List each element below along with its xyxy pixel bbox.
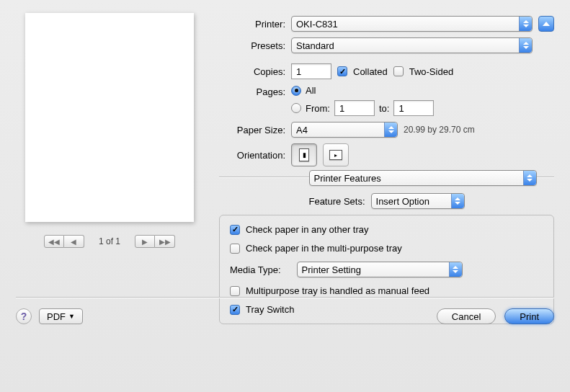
select-arrows-icon — [449, 262, 462, 277]
collated-label: Collated — [353, 66, 388, 77]
manual-feed-checkbox[interactable] — [230, 286, 240, 296]
orientation-landscape-button[interactable]: ▸ — [323, 143, 349, 166]
manual-feed-label: Multipurpose tray is handled as manual f… — [246, 285, 429, 296]
printer-value: OKI-C831 — [296, 19, 338, 30]
two-sided-checkbox[interactable] — [393, 66, 404, 76]
pages-label: Pages: — [219, 85, 285, 97]
collapse-button[interactable] — [538, 16, 554, 32]
media-type-select[interactable]: Printer Setting — [297, 262, 463, 277]
paper-size-select[interactable]: A4 — [291, 122, 398, 138]
two-sided-label: Two-Sided — [409, 66, 453, 77]
landscape-icon: ▸ — [329, 150, 342, 160]
page-indicator: 1 of 1 — [99, 236, 120, 246]
portrait-icon: ▮ — [299, 148, 309, 161]
print-section-value: Printer Features — [314, 173, 381, 184]
orientation-portrait-button[interactable]: ▮ — [291, 143, 317, 166]
select-arrows-icon — [523, 171, 536, 185]
cancel-button[interactable]: Cancel — [437, 308, 496, 324]
select-arrows-icon — [384, 122, 397, 137]
paper-size-value: A4 — [296, 125, 308, 135]
pages-all-radio[interactable] — [291, 86, 301, 96]
select-arrows-icon — [519, 17, 532, 31]
select-arrows-icon — [519, 38, 532, 53]
print-button[interactable]: Print — [504, 308, 554, 324]
paper-size-label: Paper Size: — [219, 125, 285, 135]
check-multipurpose-checkbox[interactable] — [230, 244, 240, 254]
media-type-value: Printer Setting — [302, 264, 361, 275]
printer-select[interactable]: OKI-C831 — [291, 16, 533, 32]
pages-from-label: From: — [306, 103, 330, 114]
presets-value: Standard — [296, 40, 334, 51]
check-other-tray-checkbox[interactable] — [230, 225, 240, 235]
copies-label: Copies: — [219, 66, 285, 77]
select-arrows-icon — [451, 194, 464, 208]
collated-checkbox[interactable] — [337, 66, 347, 76]
feature-sets-label: Feature Sets: — [308, 196, 365, 207]
dropdown-triangle-icon: ▼ — [68, 313, 75, 320]
pages-to-input[interactable]: 1 — [393, 100, 434, 116]
feature-sets-value: Insert Option — [376, 196, 429, 207]
media-type-label: Media Type: — [230, 264, 281, 275]
pages-from-input[interactable]: 1 — [334, 100, 375, 116]
presets-select[interactable]: Standard — [291, 37, 533, 53]
orientation-label: Orientation: — [219, 150, 285, 161]
prev-page-button[interactable]: ◀ — [64, 235, 84, 248]
pdf-label: PDF — [47, 311, 66, 322]
presets-label: Presets: — [219, 40, 285, 51]
pages-all-label: All — [306, 85, 316, 96]
next-page-button[interactable]: ▶ — [135, 235, 155, 248]
printer-label: Printer: — [219, 19, 285, 30]
pdf-menu-button[interactable]: PDF ▼ — [39, 308, 83, 324]
preview-panel: ◀◀ ◀ 1 of 1 ▶ ▶▶ — [16, 13, 203, 324]
copies-input[interactable]: 1 — [291, 63, 331, 79]
check-other-tray-label: Check paper in any other tray — [246, 224, 369, 235]
last-page-button[interactable]: ▶▶ — [155, 235, 175, 248]
print-section-select[interactable]: Printer Features — [309, 170, 537, 186]
check-multipurpose-label: Check paper in the multi-purpose tray — [246, 243, 402, 254]
help-button[interactable]: ? — [16, 308, 32, 324]
paper-dimensions: 20.99 by 29.70 cm — [404, 125, 475, 135]
pages-range-radio[interactable] — [291, 103, 301, 113]
preview-page — [25, 13, 194, 222]
first-page-button[interactable]: ◀◀ — [44, 235, 64, 248]
pages-to-label: to: — [379, 103, 389, 114]
feature-sets-select[interactable]: Insert Option — [371, 193, 465, 209]
